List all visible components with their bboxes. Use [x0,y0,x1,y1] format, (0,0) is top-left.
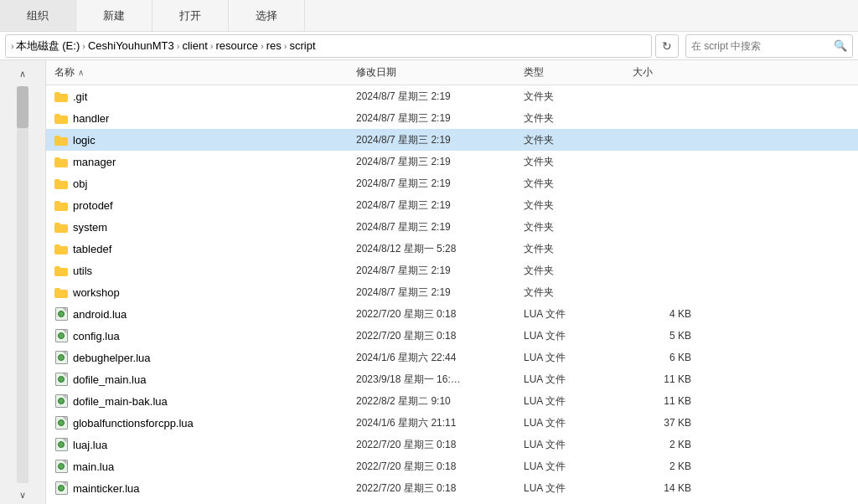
file-name-cell: logic [54,134,356,147]
file-name-cell: handler [54,112,356,125]
file-date-cell: 2024/8/7 星期三 2:19 [356,155,524,169]
breadcrumb-segment-3[interactable]: resource [215,39,258,52]
file-date-cell: 2024/8/7 星期三 2:19 [356,285,524,300]
table-row[interactable]: luaj.lua 2022/7/20 星期三 0:18 LUA 文件 2 KB [46,434,858,455]
table-row[interactable]: tabledef 2024/8/12 星期一 5:28 文件夹 [46,238,858,260]
sidebar-scroll-down[interactable]: ∨ [16,486,29,504]
table-row[interactable]: handler 2024/8/7 星期三 2:19 文件夹 [46,107,858,129]
search-icon: 🔍 [834,39,847,52]
toolbar-open[interactable]: 打开 [152,0,229,31]
table-row[interactable]: protodef 2024/8/7 星期三 2:19 文件夹 [46,194,858,216]
file-name-label: .git [73,90,87,103]
toolbar-select[interactable]: 选择 [229,0,305,31]
file-size-cell: 2 KB [633,460,700,472]
table-row[interactable]: debughelper.lua 2024/1/6 星期六 22:44 LUA 文… [46,347,858,368]
breadcrumb-sep-4: › [284,41,287,51]
file-date-cell: 2024/1/6 星期六 22:44 [356,351,524,365]
table-row[interactable]: logic 2024/8/7 星期三 2:19 文件夹 [46,129,858,151]
lua-file-icon [54,329,68,342]
file-type-cell: LUA 文件 [524,373,633,387]
file-date-cell: 2024/8/7 星期三 2:19 [356,198,524,213]
file-date-cell: 2024/8/7 星期三 2:19 [356,90,524,104]
file-size-cell: 14 KB [633,482,700,494]
file-name-label: globalfunctionsforcpp.lua [73,417,194,429]
table-row[interactable]: system 2024/8/7 星期三 2:19 文件夹 [46,216,858,238]
file-date-cell: 2024/1/6 星期六 21:11 [356,416,524,430]
lua-file-icon [54,438,68,451]
file-name-cell: debughelper.lua [54,351,356,364]
breadcrumb-sep-1: › [177,41,180,51]
breadcrumb-bar: › 本地磁盘 (E:) › CeshiYouhunMT3 › client › … [0,32,858,60]
breadcrumb-segment-2[interactable]: client [182,39,207,52]
table-row[interactable]: android.lua 2022/7/20 星期三 0:18 LUA 文件 4 … [46,303,858,325]
search-input[interactable] [691,40,834,52]
table-row[interactable]: dofile_main.lua 2023/9/18 星期一 16:… LUA 文… [46,368,858,390]
table-row[interactable]: obj 2024/8/7 星期三 2:19 文件夹 [46,172,858,194]
table-row[interactable]: mainticker.lua 2022/7/20 星期三 0:18 LUA 文件… [46,477,858,499]
table-row[interactable]: .git 2024/8/7 星期三 2:19 文件夹 [46,85,858,107]
file-type-cell: 文件夹 [524,111,633,126]
file-name-cell: globalfunctionsforcpp.lua [54,416,356,429]
table-row[interactable]: manager 2024/8/7 星期三 2:19 文件夹 [46,151,858,172]
lua-file-icon [54,351,68,364]
file-date-cell: 2022/7/20 星期三 0:18 [356,460,524,474]
file-date-cell: 2022/7/20 星期三 0:18 [356,307,524,321]
folder-icon [54,113,68,124]
file-name-cell: dofile_main.lua [54,373,356,386]
lua-file-icon [54,394,68,408]
file-type-cell: 文件夹 [524,155,633,169]
table-row[interactable]: workshop 2024/8/7 星期三 2:19 文件夹 [46,281,858,303]
folder-icon [54,157,68,167]
toolbar: 组织 新建 打开 选择 [0,0,858,32]
table-row[interactable]: globalfunctionsforcpp.lua 2024/1/6 星期六 2… [46,412,858,434]
breadcrumb-segment-5[interactable]: script [289,39,315,52]
file-name-cell: android.lua [54,307,356,321]
file-type-cell: 文件夹 [524,242,633,256]
col-header-name[interactable]: 名称 ∧ [54,65,356,80]
file-name-label: manager [73,156,116,168]
file-date-cell: 2024/8/7 星期三 2:19 [356,133,524,147]
file-name-label: tabledef [73,243,111,255]
breadcrumb-segment-4[interactable]: res [266,39,282,52]
file-type-cell: LUA 文件 [524,394,633,409]
file-name-cell: protodef [54,199,356,212]
file-name-label: handler [73,112,109,125]
breadcrumb-segment-1[interactable]: CeshiYouhunMT3 [88,39,174,52]
lua-file-icon [54,307,68,321]
folder-icon [54,287,68,298]
main-layout: ∧ ∨ 名称 ∧ 修改日期 类型 大小 .git 2024/8/7 星期三 2:… [0,60,858,504]
refresh-button[interactable]: ↻ [655,34,679,58]
breadcrumb-segment-0[interactable]: 本地磁盘 (E:) [16,39,80,54]
file-name-label: config.lua [73,330,120,342]
file-name-cell: tabledef [54,243,356,255]
file-area: 名称 ∧ 修改日期 类型 大小 .git 2024/8/7 星期三 2:19 文… [46,60,858,504]
col-header-size[interactable]: 大小 [633,65,700,80]
lua-file-icon [54,373,68,386]
table-row[interactable]: main.lua 2022/7/20 星期三 0:18 LUA 文件 2 KB [46,455,858,477]
file-size-cell: 6 KB [633,352,700,363]
lua-file-icon [54,416,68,429]
toolbar-organize[interactable]: 组织 [0,0,76,31]
file-size-cell: 11 KB [633,395,700,407]
toolbar-new[interactable]: 新建 [76,0,152,31]
search-box: 🔍 [685,34,853,58]
file-date-cell: 2024/8/12 星期一 5:28 [356,242,524,256]
table-row[interactable]: utils 2024/8/7 星期三 2:19 文件夹 [46,260,858,281]
table-row[interactable]: config.lua 2022/7/20 星期三 0:18 LUA 文件 5 K… [46,325,858,347]
file-size-cell: 4 KB [633,308,700,320]
file-name-cell: config.lua [54,329,356,342]
folder-icon [54,91,68,102]
file-name-label: obj [73,177,87,190]
breadcrumb-nav[interactable]: › 本地磁盘 (E:) › CeshiYouhunMT3 › client › … [5,34,652,58]
file-type-cell: LUA 文件 [524,481,633,496]
file-name-cell: utils [54,265,356,277]
file-name-cell: mainticker.lua [54,481,356,495]
table-row[interactable]: dofile_main-bak.lua 2022/8/2 星期二 9:10 LU… [46,390,858,412]
sidebar-track [17,86,28,483]
col-header-type[interactable]: 类型 [524,65,633,80]
sidebar-scroll-up[interactable]: ∧ [16,65,29,83]
col-header-date[interactable]: 修改日期 [356,65,524,80]
file-name-label: android.lua [73,308,127,321]
file-type-cell: 文件夹 [524,133,633,147]
file-name-cell: dofile_main-bak.lua [54,394,356,408]
